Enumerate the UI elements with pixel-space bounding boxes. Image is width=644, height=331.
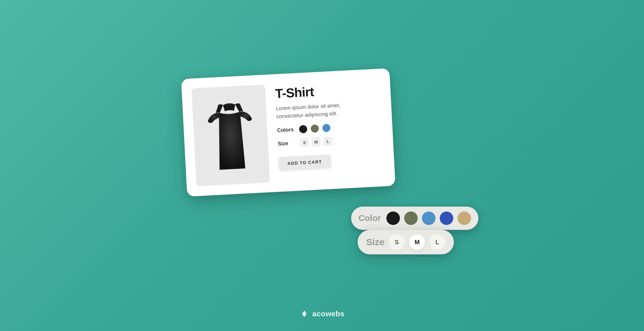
pill-color-navy[interactable]	[440, 211, 453, 225]
product-card: T-Shirt Lorem ipsum dolor sit amet, cons…	[181, 68, 395, 196]
add-to-cart-button[interactable]: ADD TO CART	[278, 154, 331, 171]
size-option-l[interactable]: L	[323, 137, 333, 146]
size-row: Size S M L	[278, 134, 383, 149]
product-image-wrapper	[191, 85, 270, 186]
color-dot-black[interactable]	[299, 125, 307, 133]
color-dot-gray[interactable]	[311, 124, 319, 133]
product-details: T-Shirt Lorem ipsum dolor sit amet, cons…	[275, 78, 385, 182]
color-pill: Color	[351, 207, 478, 230]
size-pill-label: Size	[366, 237, 385, 247]
size-pill: Size S M L	[358, 230, 454, 254]
color-dot-blue[interactable]	[322, 124, 331, 132]
acowebs-icon	[300, 309, 309, 319]
colors-label: Colors	[277, 127, 296, 134]
size-pill-l[interactable]: L	[429, 234, 445, 250]
pill-color-tan[interactable]	[458, 211, 471, 225]
scene: T-Shirt Lorem ipsum dolor sit amet, cons…	[184, 58, 460, 273]
brand-logo: acowebs	[300, 309, 345, 319]
colors-row: Colors	[277, 121, 383, 135]
product-description: Lorem ipsum dolor sit amet, consectetur …	[276, 101, 356, 120]
product-title: T-Shirt	[275, 81, 381, 101]
size-option-m[interactable]: M	[311, 137, 321, 147]
size-pill-m[interactable]: M	[409, 234, 425, 250]
branding: acowebs	[300, 309, 345, 319]
pill-color-steel-blue[interactable]	[422, 211, 435, 225]
size-option-s[interactable]: S	[300, 138, 309, 148]
pill-color-black[interactable]	[386, 211, 400, 225]
product-image	[198, 94, 263, 177]
pill-color-gray[interactable]	[404, 211, 418, 225]
size-options: S M L	[300, 137, 332, 148]
size-label: Size	[278, 140, 296, 147]
size-pill-s[interactable]: S	[389, 234, 405, 250]
color-pill-label: Color	[358, 213, 381, 223]
brand-name: acowebs	[312, 310, 345, 318]
